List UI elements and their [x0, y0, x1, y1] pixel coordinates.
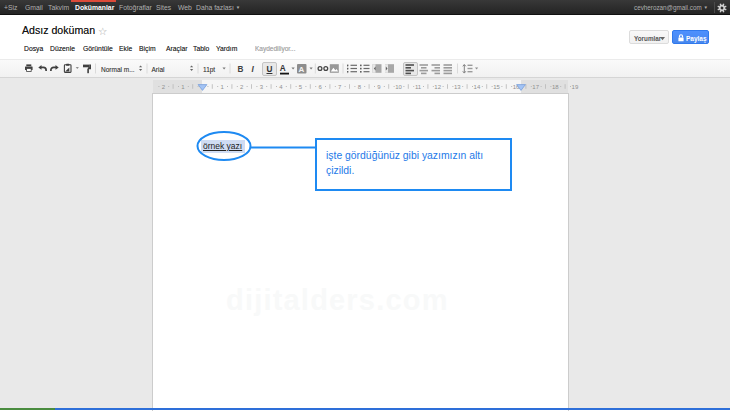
svg-text:15: 15: [493, 84, 500, 90]
svg-text:12: 12: [434, 84, 441, 90]
svg-text:14: 14: [474, 84, 481, 90]
svg-text:6: 6: [318, 84, 322, 90]
svg-text:2: 2: [240, 84, 244, 90]
svg-text:9: 9: [377, 84, 381, 90]
svg-text:A: A: [299, 65, 305, 74]
svg-text:19: 19: [572, 84, 579, 90]
svg-text:1: 1: [220, 84, 224, 90]
svg-text:1: 1: [181, 84, 185, 90]
svg-text:2: 2: [162, 84, 166, 90]
svg-text:8: 8: [358, 84, 362, 90]
svg-text:18: 18: [552, 84, 559, 90]
svg-text:10: 10: [395, 84, 402, 90]
svg-text:13: 13: [454, 84, 461, 90]
svg-text:7: 7: [338, 84, 342, 90]
svg-text:3: 3: [260, 84, 264, 90]
svg-text:4: 4: [279, 84, 283, 90]
svg-text:5: 5: [299, 84, 303, 90]
svg-text:11: 11: [415, 84, 422, 90]
svg-text:17: 17: [532, 84, 539, 90]
